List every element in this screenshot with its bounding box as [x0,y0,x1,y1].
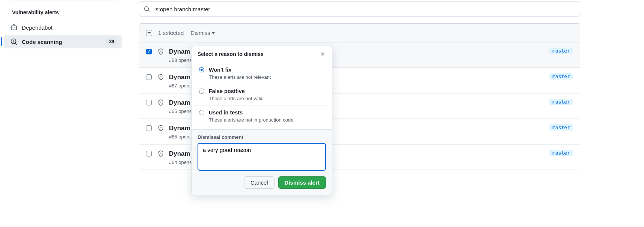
sidebar-item-label: Code scanning [22,39,106,45]
popover-title: Select a reason to dismiss [198,51,264,57]
shield-alert-icon [158,74,164,81]
radio-icon [199,89,204,94]
dismiss-reason-option[interactable]: Used in testsThese alerts are not in pro… [195,105,328,126]
option-description: These alerts are not in production code [209,117,293,123]
branch-badge[interactable]: master [549,150,573,156]
branch-badge[interactable]: master [549,48,573,54]
option-label: Won't fix [209,66,271,74]
option-description: These alerts are not relevant [209,74,271,80]
dismiss-popover: Select a reason to dismiss Won't fixThes… [191,46,332,195]
comment-label: Dismissal comment [198,134,326,140]
branch-badge[interactable]: master [549,99,573,105]
radio-icon [199,67,204,72]
sidebar-item-count: 39 [106,38,117,45]
row-checkbox[interactable] [146,74,152,80]
cancel-button[interactable]: Cancel [244,176,274,189]
search-bar[interactable] [139,2,580,17]
search-icon [144,6,151,12]
sidebar-item-label: Dependabot [22,24,117,31]
radio-icon [199,110,204,115]
branch-badge[interactable]: master [549,124,573,131]
sidebar: Vulnerability alerts Dependabot Code sca… [0,0,128,227]
shield-alert-icon [158,48,164,55]
dismissal-comment-section: Dismissal comment Cancel Dismiss alert [192,129,332,195]
dismissal-comment-input[interactable] [198,143,326,171]
dismiss-dropdown-toggle[interactable]: Dismiss [190,30,215,36]
dismiss-reason-option[interactable]: Won't fixThese alerts are not relevant [195,63,328,84]
sidebar-item-code-scanning[interactable]: Code scanning 39 [4,35,122,48]
sidebar-item-dependabot[interactable]: Dependabot [4,21,122,34]
shield-alert-icon [158,150,164,157]
row-checkbox[interactable] [146,151,152,156]
dismiss-alert-button[interactable]: Dismiss alert [278,176,326,189]
sidebar-divider [10,0,118,0]
popover-header: Select a reason to dismiss [192,46,332,62]
option-label: False positive [209,88,264,95]
codescan-icon [11,38,18,45]
alerts-header: 1 selected Dismiss [139,24,580,42]
caret-down-icon [212,32,215,34]
shield-alert-icon [158,125,164,132]
select-all-checkbox[interactable] [146,30,152,36]
option-description: These alerts are not valid [209,96,264,101]
option-label: Used in tests [209,109,293,116]
row-checkbox[interactable] [146,100,152,105]
branch-badge[interactable]: master [549,73,573,80]
selected-count: 1 selected [158,30,184,36]
sidebar-heading: Vulnerability alerts [4,7,122,18]
dismiss-reason-option[interactable]: False positiveThese alerts are not valid [195,84,328,105]
search-input[interactable] [154,6,575,12]
row-checkbox[interactable] [146,49,152,54]
row-checkbox[interactable] [146,125,152,131]
dismiss-label: Dismiss [190,30,210,36]
shield-alert-icon [158,99,164,106]
dependabot-icon [11,24,18,31]
close-button[interactable] [319,51,326,57]
